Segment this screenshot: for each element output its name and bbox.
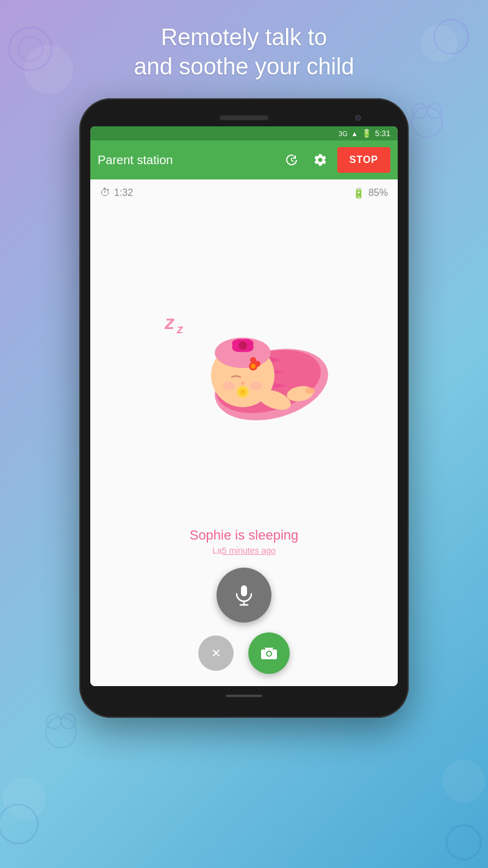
home-indicator	[226, 695, 262, 697]
svg-point-23	[242, 391, 244, 393]
svg-point-1	[18, 37, 43, 61]
secondary-controls: ✕	[198, 632, 290, 674]
phone-speaker	[220, 115, 268, 120]
timer-display: ⏱ 1:32	[100, 187, 133, 199]
history-button[interactable]	[279, 148, 303, 172]
sleeping-status: Sophie is sleeping	[190, 527, 299, 543]
svg-point-30	[305, 388, 315, 394]
svg-point-18	[241, 382, 245, 385]
network-indicator: 3G	[339, 130, 348, 137]
app-title: Parent station	[98, 153, 274, 167]
svg-point-6	[412, 104, 427, 118]
svg-point-7	[427, 104, 442, 118]
last-activity: La5 minutes ago	[190, 546, 299, 555]
svg-point-0	[9, 27, 52, 70]
camera-button[interactable]	[248, 632, 290, 674]
svg-point-17	[239, 341, 247, 350]
baby-illustration-area: zz	[100, 205, 388, 527]
svg-point-10	[61, 714, 76, 729]
svg-point-8	[46, 717, 76, 748]
timer-value: 1:32	[114, 187, 133, 198]
svg-point-27	[251, 364, 256, 369]
status-bar: 3G ▲ 🔋 5:31	[90, 126, 398, 140]
svg-point-20	[250, 382, 262, 390]
headline: Remotely talk to and soothe your child	[97, 0, 390, 98]
app-toolbar: Parent station STOP	[90, 140, 398, 179]
info-row: ⏱ 1:32 🔋 85%	[100, 187, 388, 199]
svg-point-34	[267, 652, 271, 656]
close-button[interactable]: ✕	[198, 635, 234, 671]
battery-status-icon: 🔋	[362, 129, 371, 138]
signal-icon: ▲	[351, 130, 358, 137]
phone-camera	[355, 115, 361, 121]
clock-icon: ⏱	[100, 187, 110, 199]
phone-frame: 3G ▲ 🔋 5:31 Parent station STOP	[79, 98, 409, 718]
status-time: 5:31	[375, 129, 390, 138]
mic-button[interactable]	[217, 568, 271, 623]
svg-rect-31	[241, 585, 247, 596]
status-section: Sophie is sleeping La5 minutes ago	[190, 527, 299, 555]
last-activity-link[interactable]: 5 minutes ago	[222, 546, 276, 555]
settings-button[interactable]	[308, 148, 332, 172]
svg-point-3	[0, 805, 38, 844]
phone-screen: 3G ▲ 🔋 5:31 Parent station STOP	[90, 126, 398, 686]
svg-point-19	[223, 382, 235, 390]
app-content: ⏱ 1:32 🔋 85% zz	[90, 179, 398, 686]
baby-svg-container: zz	[152, 287, 336, 446]
battery-display: 🔋 85%	[353, 187, 388, 199]
battery-percentage: 85%	[368, 187, 388, 198]
svg-point-2	[434, 20, 468, 54]
stop-button[interactable]: STOP	[337, 147, 390, 173]
svg-point-9	[46, 714, 61, 729]
svg-point-5	[412, 107, 442, 137]
battery-icon: 🔋	[353, 187, 365, 199]
svg-point-4	[447, 825, 481, 859]
